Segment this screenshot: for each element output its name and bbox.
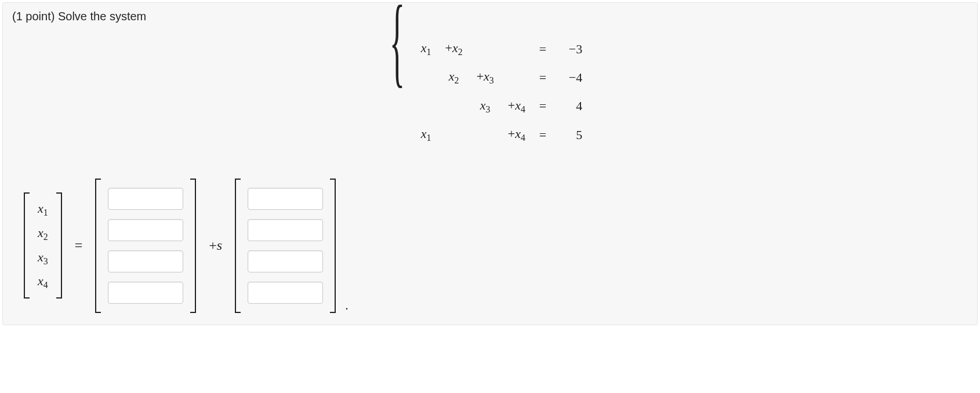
var-entry: x3 — [34, 246, 52, 270]
sys-cell: x1 — [414, 121, 438, 149]
var-entry: x1 — [34, 197, 52, 221]
sys-cell — [438, 121, 470, 149]
vector-entries: x1 x2 x3 x4 — [32, 192, 54, 299]
sys-cell: +x2 — [438, 35, 470, 63]
vec-b-input-2[interactable] — [248, 219, 323, 241]
vec-a-input-1[interactable] — [108, 188, 183, 210]
equals-sign: = — [68, 238, 90, 253]
sys-cell: x2 — [438, 63, 470, 92]
sys-cell: +x4 — [501, 121, 532, 149]
bracket-left-icon — [235, 179, 241, 313]
sys-cell — [414, 92, 438, 121]
vec-a-input-4[interactable] — [108, 282, 183, 304]
sys-rhs: −4 — [553, 63, 589, 92]
vec-a-input-3[interactable] — [108, 250, 183, 272]
table-row: x1 +x4 = 5 — [414, 121, 589, 149]
sys-cell: x1 — [414, 35, 438, 63]
sys-cell — [501, 63, 532, 92]
var-entry: x4 — [34, 270, 52, 294]
problem-prompt: (1 point) Solve the system — [12, 10, 968, 23]
curly-brace-icon: { — [390, 0, 405, 242]
vec-a-input-2[interactable] — [108, 219, 183, 241]
sys-rhs: 5 — [553, 121, 589, 149]
bracket-left-icon — [24, 192, 30, 299]
vec-b-input-4[interactable] — [248, 282, 323, 304]
vector-inputs — [243, 179, 328, 313]
sys-rhs: −3 — [553, 35, 589, 63]
table-row: x1 +x2 = −3 — [414, 35, 589, 63]
sys-cell — [501, 35, 532, 63]
sys-cell — [438, 92, 470, 121]
vector-inputs — [103, 179, 188, 313]
table-row: x2 +x3 = −4 — [414, 63, 589, 92]
prompt-text: Solve the system — [58, 10, 146, 23]
sys-cell — [414, 63, 438, 92]
system-of-equations: { x1 +x2 = −3 x2 +x3 = −4 x3 — [12, 35, 968, 150]
sys-cell: x3 — [470, 92, 501, 121]
vec-b-input-1[interactable] — [248, 188, 323, 210]
sys-cell — [470, 121, 501, 149]
bracket-right-icon — [330, 179, 336, 313]
points-label: (1 point) — [12, 10, 55, 23]
vec-b-input-3[interactable] — [248, 250, 323, 272]
answer-expression: x1 x2 x3 x4 = +s — [24, 179, 968, 313]
plus-s-label: +s — [202, 238, 229, 253]
sys-cell: = — [532, 35, 553, 63]
particular-solution-vector — [95, 179, 196, 313]
bracket-left-icon — [95, 179, 101, 313]
sys-cell: = — [532, 92, 553, 121]
sys-cell: +x3 — [470, 63, 501, 92]
sys-cell: +x4 — [501, 92, 532, 121]
sys-cell — [470, 35, 501, 63]
sys-cell: = — [532, 121, 553, 149]
sys-rhs: 4 — [553, 92, 589, 121]
homogeneous-solution-vector — [235, 179, 336, 313]
system-table: x1 +x2 = −3 x2 +x3 = −4 x3 +x4 = — [414, 35, 589, 150]
variable-vector: x1 x2 x3 x4 — [24, 192, 62, 299]
table-row: x3 +x4 = 4 — [414, 92, 589, 121]
var-entry: x2 — [34, 221, 52, 246]
sys-cell: = — [532, 63, 553, 92]
problem-container: (1 point) Solve the system { x1 +x2 = −3… — [2, 2, 978, 325]
trailing-period: . — [342, 298, 349, 313]
bracket-right-icon — [190, 179, 196, 313]
bracket-right-icon — [56, 192, 62, 299]
